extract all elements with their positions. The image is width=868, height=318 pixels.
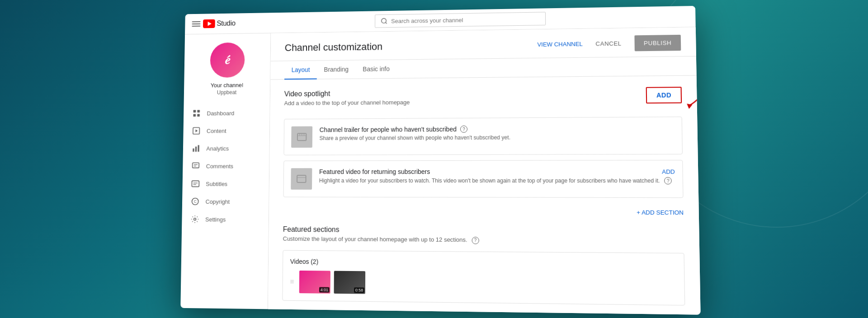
svg-rect-16 (192, 181, 199, 187)
sidebar-label-subtitles: Subtitles (206, 180, 227, 187)
thumb-1-duration: 4:01 (319, 286, 330, 292)
avatar: 𝑒́ (210, 42, 245, 77)
page-title: Channel customization (285, 41, 383, 53)
featured-title: Featured video for returning subscribers… (319, 168, 675, 175)
settings-icon (190, 215, 199, 224)
main-layout: 𝑒́ Your channel Uppbeat Dashboard (180, 27, 700, 314)
section-card-header: Videos (2) (290, 257, 676, 268)
svg-rect-11 (195, 146, 197, 151)
sidebar-item-dashboard[interactable]: Dashboard (184, 104, 270, 122)
svg-rect-5 (197, 110, 200, 112)
logo-area: Studio (192, 19, 236, 28)
svg-rect-10 (193, 148, 194, 151)
publish-button[interactable]: PUBLISH (634, 34, 681, 51)
main-content: Video spotlight Add a video to the top o… (268, 75, 701, 314)
subtitles-icon (191, 179, 200, 188)
analytics-icon (192, 144, 200, 153)
channel-handle: Uppbeat (217, 89, 237, 95)
svg-line-3 (385, 22, 387, 23)
youtube-logo: Studio (203, 19, 236, 28)
featured-sections-desc: Customize the layout of your channel hom… (283, 235, 684, 245)
cancel-button[interactable]: CANCEL (590, 36, 627, 51)
trailer-title: Channel trailer for people who haven't s… (320, 124, 675, 133)
sidebar-label-settings: Settings (205, 216, 226, 223)
sidebar-label-dashboard: Dashboard (207, 109, 234, 116)
add-section-button[interactable]: + ADD SECTION (637, 209, 684, 216)
tab-basic-info[interactable]: Basic info (356, 60, 397, 79)
svg-marker-9 (195, 129, 198, 132)
channel-name: Your channel (211, 82, 243, 89)
header-actions: VIEW CHANNEL CANCEL PUBLISH (537, 34, 681, 52)
sidebar: 𝑒́ Your channel Uppbeat Dashboard (180, 33, 271, 309)
svg-point-21 (194, 218, 196, 220)
featured-thumb (291, 168, 312, 190)
search-input[interactable] (391, 15, 540, 24)
sidebar-item-comments[interactable]: Comments (183, 157, 269, 174)
dashboard-icon (192, 108, 201, 117)
spotlight-title: Video spotlight (284, 89, 410, 98)
svg-rect-4 (193, 110, 196, 112)
trailer-desc: Share a preview of your channel shown wi… (319, 133, 674, 141)
search-icon (381, 17, 388, 24)
red-arrow-decoration (672, 77, 700, 110)
sidebar-item-subtitles[interactable]: Subtitles (182, 175, 269, 192)
featured-help-icon[interactable]: ? (664, 177, 672, 184)
sidebar-item-analytics[interactable]: Analytics (183, 139, 269, 157)
svg-point-2 (382, 18, 386, 23)
featured-film-icon (296, 173, 307, 184)
browser-window: Studio 𝑒́ Your channel Uppbeat (180, 6, 700, 315)
studio-label: Studio (217, 19, 236, 28)
youtube-icon (203, 19, 215, 28)
featured-video-card: Featured video for returning subscribers… (283, 160, 684, 198)
comments-icon (191, 161, 200, 170)
content-area: Channel customization VIEW CHANNEL CANCE… (268, 27, 701, 314)
featured-title-text: Featured video for returning subscribers (319, 168, 430, 175)
tab-layout[interactable]: Layout (284, 61, 317, 80)
trailer-help-icon[interactable]: ? (460, 125, 467, 132)
sidebar-item-copyright[interactable]: C Copyright (182, 192, 269, 210)
arrow-wrap: ADD (646, 87, 682, 103)
thumb-2-duration: 0:58 (354, 287, 364, 292)
video-spotlight: Video spotlight Add a video to the top o… (283, 87, 684, 198)
featured-add-button[interactable]: ADD (662, 168, 675, 174)
sidebar-item-settings[interactable]: Settings (182, 210, 269, 228)
sidebar-item-content[interactable]: Content (183, 122, 269, 140)
svg-rect-13 (193, 163, 199, 168)
svg-rect-6 (193, 114, 196, 117)
content-header: Channel customization VIEW CHANNEL CANCE… (271, 27, 696, 61)
search-bar (241, 9, 688, 30)
hamburger-icon[interactable] (192, 21, 200, 27)
featured-content: Featured video for returning subscribers… (319, 168, 675, 184)
view-channel-link[interactable]: VIEW CHANNEL (537, 40, 583, 47)
sidebar-label-copyright: Copyright (206, 198, 230, 205)
sidebar-nav: Dashboard Content Analytics (182, 104, 270, 229)
spotlight-desc: Add a video to the top of your channel h… (284, 99, 410, 107)
sidebar-label-analytics: Analytics (206, 145, 229, 152)
search-input-wrap[interactable] (375, 12, 546, 28)
featured-desc: Highlight a video for your subscribers t… (319, 177, 675, 184)
spotlight-header: Video spotlight Add a video to the top o… (284, 87, 682, 113)
section-card: Videos (2) ≡ 4:01 0:58 (282, 250, 685, 305)
svg-rect-28 (297, 175, 306, 182)
copyright-icon: C (191, 197, 199, 206)
spotlight-info: Video spotlight Add a video to the top o… (284, 89, 410, 113)
svg-rect-12 (198, 145, 199, 152)
tab-branding[interactable]: Branding (317, 60, 356, 79)
svg-rect-7 (197, 114, 200, 117)
sidebar-label-content: Content (207, 127, 226, 134)
featured-sections: Featured sections Customize the layout o… (282, 225, 685, 305)
channel-trailer-card: Channel trailer for people who haven't s… (283, 117, 683, 155)
add-section-wrap: + ADD SECTION (283, 208, 684, 224)
trailer-title-text: Channel trailer for people who haven't s… (320, 125, 457, 133)
svg-text:C: C (194, 200, 197, 204)
video-thumbs: ≡ 4:01 0:58 (290, 270, 677, 297)
featured-sections-help-icon[interactable]: ? (472, 236, 479, 243)
sidebar-label-comments: Comments (206, 163, 233, 169)
thumb-2: 0:58 (334, 271, 366, 294)
thumb-1: 4:01 (299, 270, 330, 293)
drag-handle-icon[interactable]: ≡ (290, 277, 294, 285)
trailer-content: Channel trailer for people who haven't s… (319, 124, 674, 141)
trailer-thumb (291, 126, 312, 147)
film-icon (297, 131, 307, 142)
featured-sections-title: Featured sections (283, 225, 684, 235)
